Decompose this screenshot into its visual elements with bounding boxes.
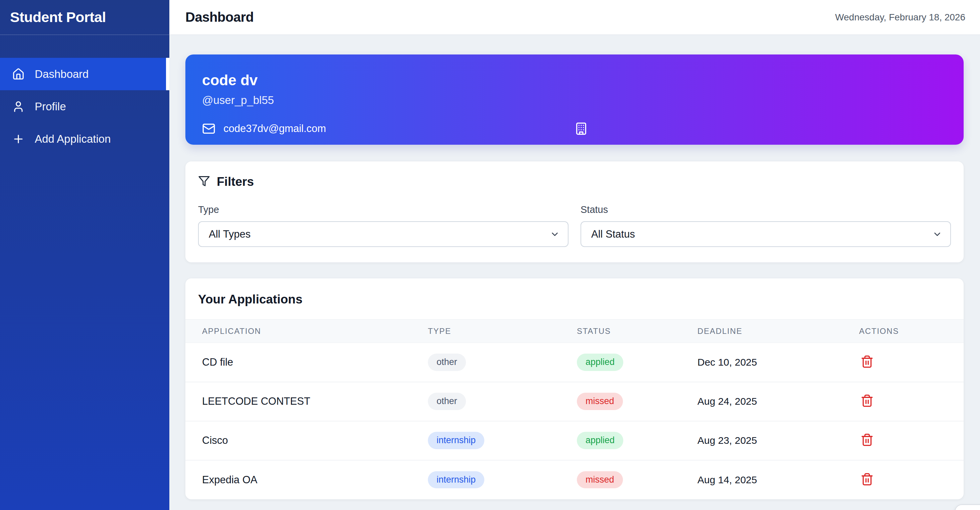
application-status-cell: missed [560,382,681,421]
type-badge: internship [428,432,484,449]
corner-popup[interactable] [955,504,980,510]
status-filter-wrap: All Status [581,221,951,247]
profile-handle: @user_p_bl55 [202,94,947,107]
delete-application-button[interactable] [859,354,875,370]
application-actions-cell [842,343,964,382]
application-name: Cisco [185,421,411,460]
column-header-application: APPLICATION [185,319,411,343]
funnel-icon [198,175,210,188]
type-filter-field: Type All Types [198,204,568,247]
sidebar-item-label: Dashboard [35,68,89,81]
application-type-cell: other [411,343,560,382]
status-filter-field: Status All Status [581,204,951,247]
sidebar-item-label: Add Application [35,133,111,145]
sidebar-header: Student Portal [0,0,169,35]
user-icon [12,100,25,113]
table-row: CD fileotherappliedDec 10, 2025 [185,343,964,382]
application-actions-cell [842,460,964,499]
status-filter-select[interactable]: All Status [581,221,951,247]
filters-grid: Type All Types Status All Statu [198,204,951,247]
main-area: Dashboard Wednesday, February 18, 2026 c… [169,0,980,510]
table-row: Expedia OAinternshipmissedAug 14, 2025 [185,460,964,499]
sidebar-nav: Dashboard Profile Add Application [0,35,169,155]
status-badge: applied [577,432,623,449]
sidebar-item-profile[interactable]: Profile [0,90,169,123]
filters-card: Filters Type All Types Status [185,161,964,262]
type-filter-label: Type [198,204,568,215]
content: code dv @user_p_bl55 code37dv@gmail.com [169,35,980,499]
top-header: Dashboard Wednesday, February 18, 2026 [169,0,980,35]
type-badge: other [428,354,466,371]
delete-application-button[interactable] [859,471,875,487]
home-icon [12,68,25,81]
application-deadline: Aug 14, 2025 [681,460,842,499]
active-indicator [166,58,169,90]
application-status-cell: applied [560,343,681,382]
profile-card: code dv @user_p_bl55 code37dv@gmail.com [185,54,964,145]
delete-application-button[interactable] [859,393,875,409]
application-actions-cell [842,421,964,460]
type-filter-wrap: All Types [198,221,568,247]
sidebar-item-add-application[interactable]: Add Application [0,123,169,155]
column-header-actions: ACTIONS [842,319,964,343]
filters-title: Filters [217,175,254,189]
table-body: CD fileotherappliedDec 10, 2025LEETCODE … [185,343,964,499]
application-status-cell: applied [560,421,681,460]
plus-icon [12,133,25,145]
application-name: Expedia OA [185,460,411,499]
application-name: LEETCODE CONTEST [185,382,411,421]
application-type-cell: other [411,382,560,421]
delete-application-button[interactable] [859,432,875,448]
status-badge: missed [577,471,623,489]
trash-icon [861,355,874,368]
status-filter-label: Status [581,204,951,215]
column-header-status: STATUS [560,319,681,343]
application-status-cell: missed [560,460,681,499]
applications-card: Your Applications APPLICATION TYPE STATU… [185,278,964,499]
trash-icon [861,394,874,407]
app-title: Student Portal [10,9,106,26]
column-header-deadline: DEADLINE [681,319,842,343]
table-header: APPLICATION TYPE STATUS DEADLINE ACTIONS [185,319,964,343]
application-deadline: Aug 24, 2025 [681,382,842,421]
type-badge: internship [428,471,484,489]
applications-table: APPLICATION TYPE STATUS DEADLINE ACTIONS… [185,319,964,499]
profile-name: code dv [202,72,947,89]
application-deadline: Aug 23, 2025 [681,421,842,460]
sidebar: Student Portal Dashboard Profile Add App… [0,0,169,510]
trash-icon [861,433,874,446]
type-badge: other [428,393,466,410]
type-filter-select[interactable]: All Types [198,221,568,247]
sidebar-item-label: Profile [35,100,66,113]
status-badge: applied [577,354,623,371]
profile-contact-row: code37dv@gmail.com [202,122,947,135]
application-deadline: Dec 10, 2025 [681,343,842,382]
profile-email-text: code37dv@gmail.com [223,123,326,135]
sidebar-item-dashboard[interactable]: Dashboard [0,58,169,90]
table-row: CiscointernshipappliedAug 23, 2025 [185,421,964,460]
building-icon [574,122,588,135]
current-date: Wednesday, February 18, 2026 [835,12,965,23]
applications-title: Your Applications [185,278,964,319]
filters-header: Filters [198,175,951,189]
application-name: CD file [185,343,411,382]
table-row: LEETCODE CONTESTothermissedAug 24, 2025 [185,382,964,421]
profile-email: code37dv@gmail.com [202,122,574,135]
application-type-cell: internship [411,421,560,460]
page-title: Dashboard [185,10,253,25]
profile-university [574,122,947,135]
trash-icon [861,473,874,486]
mail-icon [202,122,215,135]
application-actions-cell [842,382,964,421]
application-type-cell: internship [411,460,560,499]
status-badge: missed [577,393,623,410]
column-header-type: TYPE [411,319,560,343]
